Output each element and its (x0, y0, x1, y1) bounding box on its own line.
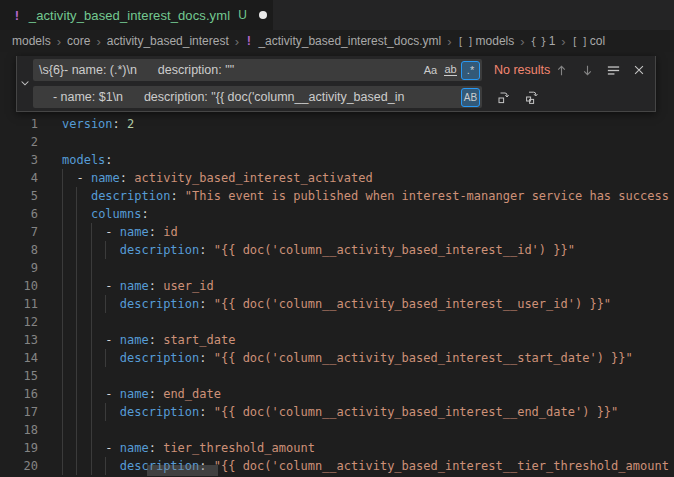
breadcrumb-item[interactable]: [ ]col (572, 34, 605, 48)
breadcrumb-item[interactable]: activity_based_interest (107, 34, 229, 48)
code-line-text: models: (62, 151, 113, 169)
breadcrumb: models›core›activity_based_interest›!_ac… (0, 30, 674, 52)
replace-input[interactable]: - name: $1\n description: "{{ doc('colum… (33, 86, 482, 108)
breadcrumb-separator: › (561, 34, 565, 49)
horizontal-scrollbar-thumb[interactable] (147, 465, 218, 476)
line-number[interactable]: 15 (0, 367, 38, 385)
whole-word-toggle[interactable]: ab (441, 61, 460, 80)
regex-toggle[interactable]: .* (461, 61, 480, 80)
code-line[interactable]: 17 description: "{{ doc('column__activit… (0, 403, 674, 421)
line-number[interactable]: 16 (0, 385, 38, 403)
close-icon[interactable] (629, 60, 649, 80)
object-symbol-icon: { } (531, 36, 546, 47)
breadcrumb-item[interactable]: !_activity_based_interest_docs.yml (245, 34, 441, 48)
breadcrumb-item[interactable]: core (67, 34, 90, 48)
line-number[interactable]: 18 (0, 421, 38, 439)
line-number[interactable]: 6 (0, 205, 38, 223)
code-line[interactable]: 6 columns: (0, 205, 674, 223)
tab-active-file[interactable]: ! _activity_based_interest_docs.yml U (0, 0, 273, 30)
code-line-text: - name: end_date (62, 385, 221, 403)
line-number[interactable]: 12 (0, 313, 38, 331)
code-line[interactable]: 4 - name: activity_based_interest_activa… (0, 169, 674, 187)
modified-dot-icon[interactable] (259, 11, 267, 19)
indent-guide (76, 367, 77, 385)
line-number[interactable]: 5 (0, 187, 38, 205)
indent-guide (91, 367, 92, 385)
code-line[interactable]: 1version: 2 (0, 115, 674, 133)
line-number[interactable]: 14 (0, 349, 38, 367)
line-number[interactable]: 13 (0, 331, 38, 349)
breadcrumb-label: models (12, 34, 51, 48)
next-match-button[interactable] (577, 60, 597, 80)
code-line[interactable]: 20 description: "{{ doc('column__activit… (0, 457, 674, 475)
find-widget: \s{6}- name: (.*)\n description: "" Aa a… (16, 56, 656, 112)
replace-all-button[interactable] (522, 87, 542, 107)
yaml-file-icon: ! (13, 8, 21, 23)
code-line-text: - name: start_date (62, 331, 235, 349)
code-line[interactable]: 9 (0, 259, 674, 277)
breadcrumb-label: 1 (549, 34, 556, 48)
line-number[interactable]: 8 (0, 241, 38, 259)
indent-guide (76, 313, 77, 331)
line-number[interactable]: 2 (0, 133, 38, 151)
code-line[interactable]: 2 (0, 133, 674, 151)
line-number[interactable]: 7 (0, 223, 38, 241)
preserve-case-toggle[interactable]: AB (461, 88, 480, 107)
line-number[interactable]: 4 (0, 169, 38, 187)
line-number[interactable]: 9 (0, 259, 38, 277)
indent-guide (76, 259, 77, 277)
find-results-status: No results (494, 63, 550, 77)
line-number[interactable]: 19 (0, 439, 38, 457)
breadcrumb-separator: › (235, 34, 239, 49)
line-number[interactable]: 17 (0, 403, 38, 421)
find-in-selection-button[interactable] (603, 60, 623, 80)
editor[interactable]: 1version: 223models:4 - name: activity_b… (0, 52, 674, 477)
code-line[interactable]: 3models: (0, 151, 674, 169)
code-line-text: - name: activity_based_interest_activate… (62, 169, 373, 187)
breadcrumb-separator: › (96, 34, 100, 49)
tab-title: _activity_based_interest_docs.yml (29, 8, 230, 23)
array-symbol-icon: [ ] (572, 36, 587, 47)
code-line[interactable]: 16 - name: end_date (0, 385, 674, 403)
breadcrumb-label: _activity_based_interest_docs.yml (258, 34, 441, 48)
breadcrumb-label: models (476, 34, 515, 48)
line-number[interactable]: 20 (0, 457, 38, 475)
line-number[interactable]: 1 (0, 115, 38, 133)
breadcrumb-item[interactable]: [ ]models (457, 34, 514, 48)
code-line[interactable]: 15 (0, 367, 674, 385)
replace-button[interactable] (494, 87, 514, 107)
find-input[interactable]: \s{6}- name: (.*)\n description: "" Aa a… (33, 59, 482, 81)
code-line-text: description: "{{ doc('column__activity_b… (62, 349, 633, 367)
breadcrumb-label: col (590, 34, 605, 48)
yaml-file-icon: ! (245, 34, 252, 48)
code-line[interactable]: 18 (0, 421, 674, 439)
code-line-text: version: 2 (62, 115, 134, 133)
breadcrumb-item[interactable]: models (12, 34, 51, 48)
match-case-toggle[interactable]: Aa (421, 61, 440, 80)
replace-row: - name: $1\n description: "{{ doc('colum… (33, 86, 651, 108)
indent-guide (62, 313, 63, 331)
indent-guide (76, 421, 77, 439)
code-line[interactable]: 8 description: "{{ doc('column__activity… (0, 241, 674, 259)
code-line[interactable]: 13 - name: start_date (0, 331, 674, 349)
previous-match-button[interactable] (551, 60, 571, 80)
vscode-window: ! _activity_based_interest_docs.yml U mo… (0, 0, 674, 477)
line-number[interactable]: 11 (0, 295, 38, 313)
indent-guide (62, 367, 63, 385)
code-line[interactable]: 10 - name: user_id (0, 277, 674, 295)
code-line[interactable]: 11 description: "{{ doc('column__activit… (0, 295, 674, 313)
indent-guide (91, 313, 92, 331)
code-line-text: description: "{{ doc('column__activity_b… (62, 403, 618, 421)
breadcrumb-separator: › (447, 34, 451, 49)
line-number[interactable]: 10 (0, 277, 38, 295)
code-line[interactable]: 5 description: "This event is published … (0, 187, 674, 205)
tab-bar: ! _activity_based_interest_docs.yml U (0, 0, 674, 30)
code-line[interactable]: 12 (0, 313, 674, 331)
breadcrumb-item[interactable]: { }1 (531, 34, 556, 48)
code-line[interactable]: 14 description: "{{ doc('column__activit… (0, 349, 674, 367)
code-line[interactable]: 19 - name: tier_threshold_amount (0, 439, 674, 457)
find-query-text: \s{6}- name: (.*)\n description: "" (33, 59, 420, 81)
code-line[interactable]: 7 - name: id (0, 223, 674, 241)
toggle-replace-chevron[interactable] (17, 56, 33, 111)
line-number[interactable]: 3 (0, 151, 38, 169)
